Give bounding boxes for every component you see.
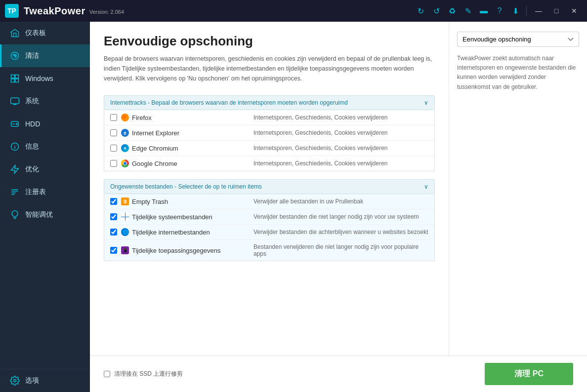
sidebar-item-dashboard[interactable]: 仪表板 (0, 22, 90, 44)
ssd-checkbox[interactable] (104, 371, 110, 377)
desc-temp-sys: Verwijder bestanden die niet langer nodi… (253, 213, 428, 220)
options-icon (9, 375, 20, 386)
svg-point-10 (14, 380, 16, 382)
info-icon (9, 141, 20, 152)
desc-edge: Internetsporen, Geschiedenis, Cookies ve… (253, 145, 428, 152)
firefox-icon (121, 114, 129, 121)
list-item-edge: e Edge Chromium Internetsporen, Geschied… (104, 141, 434, 156)
clean-pc-button[interactable]: 清理 PC (485, 363, 573, 385)
sidebar-label-system: 系统 (25, 97, 39, 106)
item-name-edge: e Edge Chromium (121, 144, 250, 152)
section-title-unwanted: Ongewenste bestanden - Selecteer de op t… (110, 183, 262, 190)
main-content: Eenvoudige opschoning Bepaal de browsers… (90, 22, 587, 392)
ie-icon: e (121, 129, 129, 137)
content-area: Eenvoudige opschoning Bepaal de browsers… (90, 22, 587, 355)
item-name-temp-app: 📱 Tijdelijke toepassingsgegevens (121, 246, 250, 254)
page-title: Eenvoudige opschoning (104, 34, 435, 49)
sidebar-item-smart[interactable]: 智能调优 (0, 203, 90, 226)
desc-temp-app: Bestanden verwijderen die niet langer no… (253, 243, 428, 257)
sidebar-label-info: 信息 (25, 142, 39, 151)
home-icon (9, 28, 20, 39)
minus-button[interactable]: ▬ (477, 4, 491, 18)
system-icon (9, 96, 20, 107)
checkbox-ie[interactable] (110, 129, 117, 136)
svg-point-8 (16, 123, 18, 125)
clean-icon (9, 50, 20, 61)
svg-point-1 (14, 55, 16, 57)
edit-button[interactable]: ✎ (461, 4, 475, 18)
list-item-temp-inet: 🌐 Tijdelijke internetbestanden Verwijder… (104, 225, 434, 240)
right-sidebar: Eenvoudige opschoning TweakPower zoekt a… (449, 22, 587, 355)
sidebar: 仪表板 清洁 Windows 系统 HDD (0, 22, 90, 392)
sidebar-label-windows: Windows (25, 75, 53, 82)
section-header-unwanted[interactable]: Ongewenste bestanden - Selecteer de op t… (104, 179, 435, 194)
svg-rect-2 (11, 75, 15, 78)
sidebar-description: TweakPower zoekt automatisch naar intern… (457, 54, 579, 92)
item-name-temp-inet: 🌐 Tijdelijke internetbestanden (121, 228, 250, 236)
windows-sys-icon (121, 213, 129, 221)
sidebar-label-smart: 智能调优 (25, 210, 53, 219)
maximize-button[interactable]: □ (548, 4, 564, 18)
mode-dropdown[interactable]: Eenvoudige opschoning (457, 32, 579, 47)
chevron-down-icon-2: ∨ (424, 183, 428, 190)
label-firefox: Firefox (132, 114, 152, 121)
svg-rect-4 (11, 79, 15, 82)
sidebar-bottom: 选项 (0, 369, 90, 392)
sidebar-item-clean[interactable]: 清洁 (0, 44, 90, 67)
list-item-ie: e Internet Explorer Internetsporen, Gesc… (104, 125, 434, 141)
label-temp-inet: Tijdelijke internetbestanden (132, 229, 210, 236)
close-button[interactable]: ✕ (566, 4, 582, 18)
minimize-button[interactable]: — (531, 4, 546, 18)
sidebar-item-registry[interactable]: 注册表 (0, 181, 90, 203)
refresh-button[interactable]: ↻ (414, 4, 427, 18)
checkbox-temp-inet[interactable] (110, 229, 117, 235)
titlebar: TP TweakPower Version: 2.064 ↻ ↺ ♻ ✎ ▬ ?… (0, 0, 587, 22)
redo-button[interactable]: ↺ (429, 4, 443, 18)
svg-rect-3 (15, 75, 19, 78)
sidebar-item-optimize[interactable]: 优化 (0, 158, 90, 181)
sidebar-item-system[interactable]: 系统 (0, 90, 90, 113)
registry-icon (9, 187, 20, 197)
checkbox-edge[interactable] (110, 145, 117, 152)
checkbox-firefox[interactable] (110, 114, 117, 121)
sidebar-item-hdd[interactable]: HDD (0, 113, 90, 135)
label-chrome: Google Chrome (132, 160, 177, 167)
sidebar-item-options[interactable]: 选项 (0, 369, 90, 392)
sidebar-label-options: 选项 (25, 376, 39, 385)
list-item-temp-app: 📱 Tijdelijke toepassingsgegevens Bestand… (104, 240, 434, 261)
label-ie: Internet Explorer (132, 129, 179, 137)
sidebar-label-hdd: HDD (25, 120, 40, 128)
content-body: Eenvoudige opschoning Bepaal de browsers… (90, 22, 449, 355)
ssd-label: 清理後在 SSD 上運行修剪 (114, 370, 183, 378)
toolbar-actions: ↻ ↺ ♻ ✎ ▬ ? ⬇ — □ ✕ (414, 4, 582, 18)
sidebar-item-info[interactable]: 信息 (0, 135, 90, 158)
item-name-empty-trash: 🗑 Empty Trash (121, 197, 250, 205)
sidebar-item-windows[interactable]: Windows (0, 67, 90, 90)
item-name-firefox: Firefox (121, 114, 250, 121)
section-header-internet[interactable]: Internettracks - Bepaal de browsers waar… (104, 95, 435, 110)
desc-chrome: Internetsporen, Geschiedenis, Cookies ve… (253, 160, 428, 167)
sidebar-label-optimize: 优化 (25, 165, 39, 174)
desc-firefox: Internetsporen, Geschiedenis, Cookies ve… (253, 114, 428, 121)
item-name-temp-sys: Tijdelijke systeembestanden (121, 213, 250, 221)
svg-rect-5 (15, 79, 19, 82)
app-version: Version: 2.064 (89, 9, 124, 15)
bottom-bar: 清理後在 SSD 上運行修剪 清理 PC (90, 355, 587, 392)
section-title-internet: Internettracks - Bepaal de browsers waar… (110, 99, 348, 106)
list-item-firefox: Firefox Internetsporen, Geschiedenis, Co… (104, 110, 434, 125)
checkbox-temp-app[interactable] (110, 247, 117, 254)
globe-icon: 🌐 (121, 228, 129, 236)
titlebar-divider (526, 6, 527, 16)
item-name-ie: e Internet Explorer (121, 129, 250, 137)
item-name-chrome: Google Chrome (121, 159, 250, 167)
desc-temp-inet: Verwijder bestanden die achterblijven wa… (253, 229, 428, 235)
checkbox-temp-sys[interactable] (110, 213, 117, 220)
sidebar-label-dashboard: 仪表板 (25, 29, 46, 38)
help-button[interactable]: ? (493, 4, 506, 18)
checkbox-chrome[interactable] (110, 160, 117, 167)
edge-icon: e (121, 144, 129, 152)
checkbox-empty-trash[interactable] (110, 198, 117, 205)
download-button[interactable]: ⬇ (508, 4, 522, 18)
recycle-button[interactable]: ♻ (445, 4, 459, 18)
sidebar-label-clean: 清洁 (25, 51, 39, 60)
